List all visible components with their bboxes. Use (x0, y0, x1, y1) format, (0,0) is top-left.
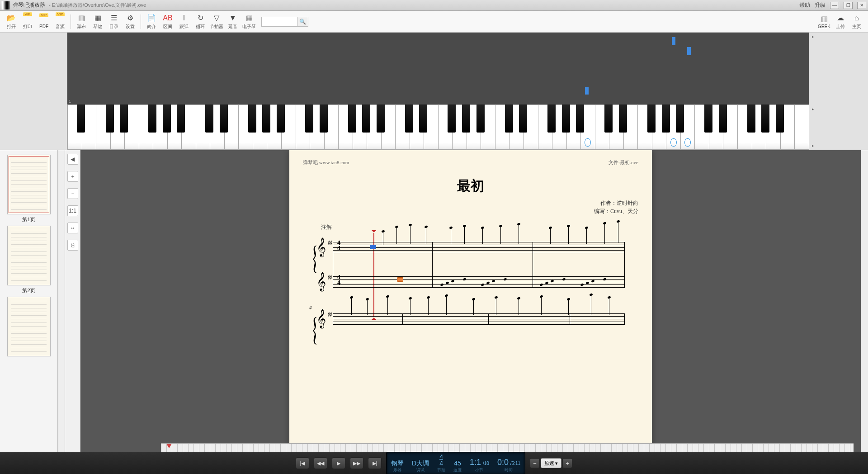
thumb-scrollbar[interactable] (58, 150, 65, 452)
white-key[interactable] (524, 104, 538, 150)
score-viewport[interactable]: 弹琴吧 www.tan8.com 文件:最初.ove 最初 作者：逆时针向 编写… (80, 150, 861, 452)
white-key[interactable] (324, 104, 339, 150)
white-key[interactable] (281, 104, 296, 150)
arrow-icon[interactable]: ▸ (812, 107, 814, 111)
piano-roll[interactable]: 1 (67, 33, 809, 104)
white-key[interactable] (338, 104, 353, 150)
white-key[interactable] (595, 104, 609, 150)
page-thumbnail-1[interactable] (7, 155, 51, 214)
white-key[interactable] (752, 104, 766, 150)
open-button[interactable]: 📂打开 (4, 12, 19, 32)
white-key[interactable] (623, 104, 638, 150)
search-button[interactable]: 🔍 (297, 17, 308, 27)
white-key[interactable] (481, 104, 495, 150)
white-key[interactable] (381, 104, 396, 150)
white-key[interactable] (495, 104, 509, 150)
white-key[interactable] (438, 104, 453, 150)
white-key[interactable] (181, 104, 196, 150)
timeline-ruler[interactable] (161, 443, 854, 452)
white-key[interactable] (737, 104, 752, 150)
white-key[interactable] (467, 104, 481, 150)
toc-button[interactable]: ☰目录 (106, 12, 122, 32)
white-key[interactable] (452, 104, 467, 150)
white-key[interactable] (139, 104, 153, 150)
search-input[interactable] (261, 17, 297, 27)
sound-button[interactable]: VIP音源 (52, 12, 68, 32)
zoom-out-button[interactable]: － (67, 188, 78, 199)
white-key[interactable] (253, 104, 267, 150)
last-button[interactable]: ▶| (368, 457, 382, 469)
rewind-button[interactable]: ◀◀ (314, 457, 327, 469)
white-key[interactable] (424, 104, 438, 150)
maximize-button[interactable]: ❐ (844, 2, 853, 9)
white-key[interactable] (395, 104, 410, 150)
home-button[interactable]: ⌂主页 (849, 12, 864, 32)
upload-button[interactable]: ☁上传 (833, 12, 848, 32)
intro-button[interactable]: 📄简介 (144, 12, 159, 32)
white-key[interactable] (652, 104, 666, 150)
settings-button[interactable]: ⚙设置 (123, 12, 138, 32)
keyboard[interactable] (67, 104, 809, 150)
white-key[interactable] (637, 104, 652, 150)
white-key[interactable] (780, 104, 795, 150)
white-key[interactable] (82, 104, 96, 150)
white-key[interactable] (694, 104, 709, 150)
white-key[interactable] (110, 104, 125, 150)
minimize-button[interactable]: — (830, 2, 839, 9)
forward-button[interactable]: ▶▶ (350, 457, 363, 469)
metronome-button[interactable]: ▽节拍器 (209, 12, 224, 32)
white-key[interactable] (310, 104, 324, 150)
section-button[interactable]: AB区间 (160, 12, 175, 32)
white-key[interactable] (538, 104, 552, 150)
white-key[interactable] (196, 104, 210, 150)
page-thumbnail-3[interactable] (7, 297, 51, 356)
keys-button[interactable]: ▦琴键 (90, 12, 105, 32)
white-key[interactable] (794, 104, 809, 150)
white-key[interactable] (167, 104, 182, 150)
fit-button[interactable]: 1:1 (67, 205, 78, 216)
white-key[interactable] (410, 104, 424, 150)
arrow-icon[interactable]: ▸ (812, 34, 814, 39)
help-link[interactable]: 帮助 (799, 1, 810, 9)
white-key[interactable] (552, 104, 566, 150)
white-key[interactable] (509, 104, 524, 150)
tempo-value[interactable]: 原速 ▾ (541, 458, 561, 468)
vertical-scrollbar[interactable] (861, 150, 868, 452)
export-button[interactable]: ⎘ (67, 240, 78, 251)
white-key[interactable] (124, 104, 139, 150)
white-key[interactable] (566, 104, 581, 150)
white-key[interactable] (96, 104, 110, 150)
white-key[interactable] (267, 104, 281, 150)
white-key[interactable] (353, 104, 367, 150)
collapse-button[interactable]: ◀ (67, 154, 78, 165)
loop-button[interactable]: ↻循环 (193, 12, 208, 32)
follow-button[interactable]: I跟弹 (176, 12, 192, 32)
white-key[interactable] (296, 104, 310, 150)
white-key[interactable] (67, 104, 82, 150)
white-key[interactable] (153, 104, 167, 150)
white-key[interactable] (723, 104, 737, 150)
geek-button[interactable]: ▥GEEK (816, 12, 832, 32)
white-key[interactable] (766, 104, 780, 150)
tempo-minus-button[interactable]: − (530, 458, 540, 468)
start-flag-icon[interactable] (166, 444, 172, 451)
play-button[interactable]: ▶ (332, 457, 345, 469)
pdf-button[interactable]: VIPPDF (36, 12, 52, 32)
first-button[interactable]: |◀ (296, 457, 309, 469)
zoom-in-button[interactable]: ＋ (67, 171, 78, 182)
white-key[interactable] (224, 104, 239, 150)
white-key[interactable] (238, 104, 253, 150)
white-key[interactable] (709, 104, 723, 150)
epiano-button[interactable]: ▦电子琴 (241, 12, 257, 32)
waterfall-button[interactable]: ▥瀑布 (74, 12, 89, 32)
white-key[interactable] (367, 104, 381, 150)
upgrade-link[interactable]: 升级 (815, 1, 826, 9)
page-thumbnail-2[interactable] (7, 226, 51, 285)
white-key[interactable] (580, 104, 595, 150)
white-key[interactable] (210, 104, 224, 150)
tempo-plus-button[interactable]: + (562, 458, 572, 468)
close-button[interactable]: ✕ (857, 2, 866, 9)
fit-width-button[interactable]: ↔ (67, 223, 78, 233)
white-key[interactable] (666, 104, 680, 150)
print-button[interactable]: VIP打印 (20, 12, 35, 32)
